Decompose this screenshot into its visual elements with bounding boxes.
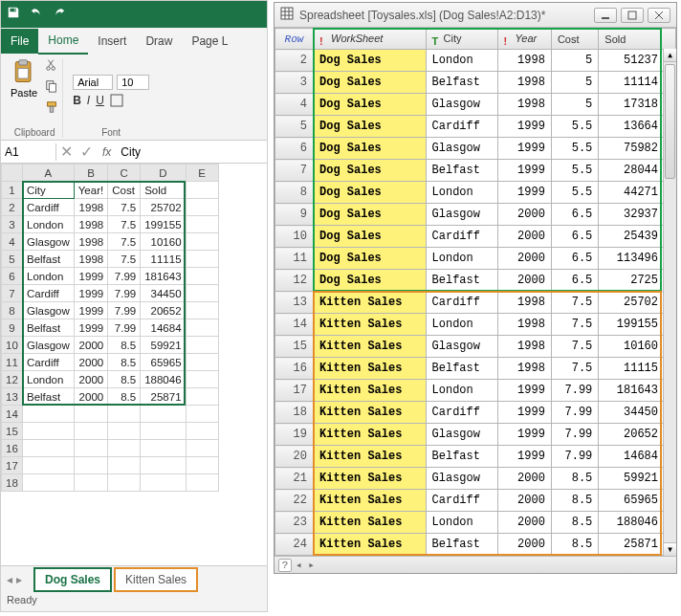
row-header[interactable]: 9 [2, 319, 23, 337]
tab-page-layout[interactable]: Page L [182, 29, 237, 54]
cell[interactable] [141, 457, 186, 474]
cell[interactable]: 25702 [141, 199, 186, 216]
row-header[interactable]: 13 [2, 388, 23, 406]
row-number[interactable]: 6 [275, 138, 314, 160]
minimize-button[interactable] [594, 8, 617, 23]
cell-cost[interactable]: 7.99 [551, 402, 598, 424]
cell-city[interactable]: Belfast [426, 72, 497, 94]
cell-cost[interactable]: 6.5 [551, 248, 598, 270]
cell[interactable]: 14684 [141, 319, 186, 337]
cell-city[interactable]: Glasgow [426, 336, 497, 358]
cell[interactable]: Cardiff [23, 199, 75, 216]
cell-year[interactable]: 2000 [497, 204, 551, 226]
cell[interactable] [186, 337, 218, 354]
cell[interactable] [74, 423, 107, 440]
cell-year[interactable]: 1999 [497, 380, 551, 402]
cell[interactable]: 25871 [141, 388, 186, 406]
cell-year[interactable]: 1998 [497, 358, 551, 380]
row-number[interactable]: 11 [275, 248, 314, 270]
cell-year[interactable]: 2000 [497, 490, 551, 512]
worksheet-grid[interactable]: ABCDE1CityYear!CostSold2Cardiff19987.525… [1, 164, 267, 565]
cell-cost[interactable]: 7.5 [551, 358, 598, 380]
cell-worksheet[interactable]: Kitten Sales [314, 292, 427, 314]
paste-button[interactable]: Paste [11, 58, 37, 125]
cell[interactable]: Belfast [23, 319, 75, 337]
sheet-tab-kitten-sales[interactable]: Kitten Sales [114, 567, 198, 592]
cell[interactable] [74, 457, 107, 474]
cell-year[interactable]: 1998 [497, 336, 551, 358]
cell-year[interactable]: 1998 [497, 50, 551, 72]
col-header-A[interactable]: A [23, 165, 75, 182]
cell-worksheet[interactable]: Kitten Sales [314, 534, 427, 556]
tab-file[interactable]: File [1, 29, 38, 54]
cell[interactable]: 1999 [74, 302, 107, 319]
row-header[interactable]: 14 [2, 406, 23, 423]
cell[interactable]: Cardiff [23, 285, 75, 302]
row-header[interactable]: 11 [2, 354, 23, 371]
cell[interactable]: 8.5 [108, 337, 141, 354]
row-number[interactable]: 17 [275, 380, 314, 402]
cell-cost[interactable]: 6.5 [551, 204, 598, 226]
cell-worksheet[interactable]: Dog Sales [314, 182, 427, 204]
cell-city[interactable]: Glasgow [426, 424, 497, 446]
cell[interactable] [74, 406, 107, 423]
cell-cost[interactable]: 7.99 [551, 446, 598, 468]
close-button[interactable] [648, 8, 670, 23]
cell-cost[interactable]: 5.5 [551, 160, 598, 182]
cell-worksheet[interactable]: Dog Sales [314, 94, 427, 116]
cell-city[interactable]: Glasgow [426, 204, 497, 226]
cell-year[interactable]: 2000 [497, 248, 551, 270]
cell[interactable]: 8.5 [108, 354, 141, 371]
cell-worksheet[interactable]: Dog Sales [314, 138, 427, 160]
cell-cost[interactable]: 8.5 [551, 512, 598, 534]
cell-worksheet[interactable]: Kitten Sales [314, 380, 427, 402]
cell[interactable]: 10160 [141, 233, 186, 251]
cell-cost[interactable]: 8.5 [551, 468, 598, 490]
row-number[interactable]: 9 [275, 204, 314, 226]
cell[interactable] [23, 457, 75, 474]
italic-button[interactable]: I [87, 94, 90, 110]
cell-cost[interactable]: 5.5 [551, 116, 598, 138]
cell-year[interactable]: 2000 [497, 270, 551, 292]
cell[interactable] [186, 388, 218, 406]
cancel-icon[interactable]: ✕ [56, 143, 77, 161]
cell-worksheet[interactable]: Dog Sales [314, 248, 427, 270]
cell-worksheet[interactable]: Kitten Sales [314, 402, 427, 424]
sheet-tab-dog-sales[interactable]: Dog Sales [33, 567, 112, 592]
row-header[interactable]: 4 [2, 233, 23, 251]
cell-worksheet[interactable]: Dog Sales [314, 204, 427, 226]
maximize-button[interactable] [621, 8, 644, 23]
cell[interactable]: Glasgow [23, 337, 75, 354]
cell-cost[interactable]: 5.5 [551, 182, 598, 204]
cell-cost[interactable]: 7.99 [551, 380, 598, 402]
row-number[interactable]: 13 [275, 292, 314, 314]
col-header-cost[interactable]: Cost [551, 29, 598, 50]
cell[interactable]: 1998 [74, 199, 107, 216]
cell[interactable]: 2000 [74, 354, 107, 371]
cell-worksheet[interactable]: Kitten Sales [314, 336, 427, 358]
cell[interactable]: London [23, 268, 75, 285]
col-header-year[interactable]: !Year [497, 29, 551, 50]
cell[interactable] [141, 440, 186, 457]
footer-arrows[interactable]: ◂ ▸ [296, 559, 315, 571]
cell-year[interactable]: 1999 [497, 138, 551, 160]
cell-worksheet[interactable]: Dog Sales [314, 116, 427, 138]
cell[interactable]: London [23, 216, 75, 233]
row-number[interactable]: 2 [275, 50, 314, 72]
cell[interactable] [108, 440, 141, 457]
cell-year[interactable]: 2000 [497, 226, 551, 248]
col-header-worksheet[interactable]: !WorkSheet [314, 29, 427, 50]
cell-year[interactable]: 2000 [497, 468, 551, 490]
cell-cost[interactable]: 7.5 [551, 314, 598, 336]
cell-cost[interactable]: 6.5 [551, 226, 598, 248]
cell[interactable] [23, 474, 75, 492]
cell[interactable]: 11115 [141, 251, 186, 268]
bold-button[interactable]: B [73, 94, 81, 110]
cell-city[interactable]: London [426, 314, 497, 336]
cell[interactable] [186, 423, 218, 440]
cell-city[interactable]: Cardiff [426, 402, 497, 424]
cell-worksheet[interactable]: Kitten Sales [314, 314, 427, 336]
name-box[interactable]: A1 [1, 143, 56, 161]
cell[interactable] [186, 285, 218, 302]
cell[interactable]: 7.99 [108, 302, 141, 319]
